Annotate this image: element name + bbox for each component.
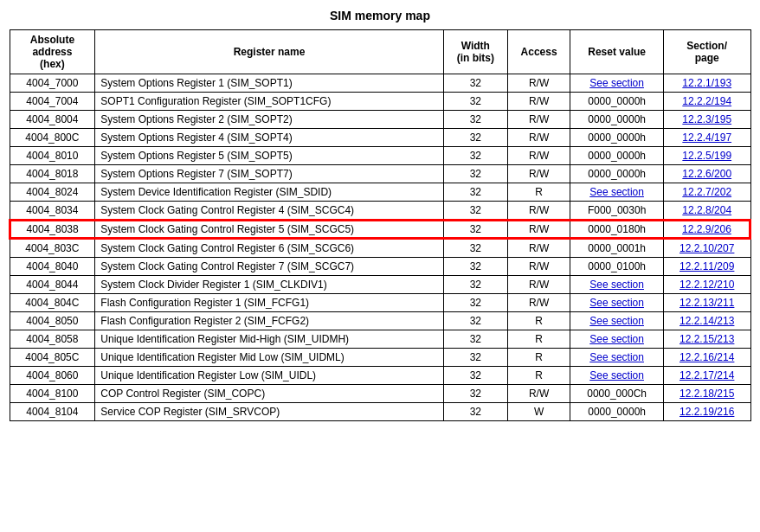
- cell-section[interactable]: 12.2.1/193: [663, 74, 750, 93]
- cell-register-name: System Options Register 2 (SIM_SOPT2): [95, 111, 443, 129]
- section-link[interactable]: 12.2.6/200: [682, 168, 731, 180]
- cell-reset-value: 0000_0000h: [570, 165, 664, 183]
- reset-link[interactable]: See section: [589, 315, 644, 327]
- section-link[interactable]: 12.2.12/210: [679, 279, 734, 291]
- cell-section[interactable]: 12.2.12/210: [663, 276, 750, 294]
- reset-link[interactable]: See section: [589, 186, 644, 198]
- cell-register-name: System Clock Gating Control Register 7 (…: [95, 258, 443, 276]
- section-link[interactable]: 12.2.4/197: [682, 131, 731, 144]
- section-link[interactable]: 12.2.5/199: [682, 150, 731, 162]
- cell-reset-value[interactable]: See section: [570, 367, 664, 385]
- cell-section[interactable]: 12.2.9/206: [663, 220, 750, 239]
- table-row: 4004_8040System Clock Gating Control Reg…: [10, 258, 750, 276]
- section-link[interactable]: 12.2.9/206: [682, 223, 731, 235]
- table-row: 4004_8060Unique Identification Register …: [10, 367, 750, 385]
- cell-reset-value[interactable]: See section: [570, 183, 664, 202]
- section-link[interactable]: 12.2.15/213: [679, 333, 734, 345]
- section-link[interactable]: 12.2.7/202: [682, 186, 731, 198]
- section-link[interactable]: 12.2.2/194: [682, 95, 731, 107]
- cell-reset-value[interactable]: See section: [570, 74, 664, 93]
- cell-address: 4004_8100: [10, 385, 95, 403]
- section-link[interactable]: 12.2.19/216: [679, 406, 734, 418]
- section-link[interactable]: 12.2.10/207: [679, 242, 734, 254]
- cell-reset-value[interactable]: See section: [570, 276, 664, 294]
- cell-width: 32: [443, 349, 507, 367]
- cell-width: 32: [443, 239, 507, 258]
- cell-address: 4004_800C: [10, 129, 95, 147]
- cell-section[interactable]: 12.2.15/213: [663, 330, 750, 349]
- cell-width: 32: [443, 147, 507, 165]
- cell-reset-value[interactable]: See section: [570, 349, 664, 367]
- cell-section[interactable]: 12.2.3/195: [663, 111, 750, 129]
- table-row: 4004_804CFlash Configuration Register 1 …: [10, 294, 750, 312]
- section-link[interactable]: 12.2.3/195: [682, 113, 731, 125]
- cell-section[interactable]: 12.2.17/214: [663, 367, 750, 385]
- col-header-section: Section/page: [663, 30, 750, 74]
- cell-section[interactable]: 12.2.13/211: [663, 294, 750, 312]
- section-link[interactable]: 12.2.13/211: [679, 297, 734, 309]
- cell-register-name: System Options Register 4 (SIM_SOPT4): [95, 129, 443, 147]
- section-link[interactable]: 12.2.8/204: [682, 204, 731, 216]
- cell-reset-value: 0000_000Ch: [570, 385, 664, 403]
- reset-link[interactable]: See section: [589, 77, 644, 89]
- memory-map-table: Absoluteaddress(hex) Register name Width…: [9, 29, 751, 421]
- cell-width: 32: [443, 276, 507, 294]
- table-row: 4004_8024System Device Identification Re…: [10, 183, 750, 202]
- cell-section[interactable]: 12.2.14/213: [663, 312, 750, 330]
- cell-reset-value[interactable]: See section: [570, 294, 664, 312]
- table-row: 4004_8044System Clock Divider Register 1…: [10, 276, 750, 294]
- cell-width: 32: [443, 202, 507, 221]
- cell-section[interactable]: 12.2.4/197: [663, 129, 750, 147]
- cell-access: R/W: [507, 258, 570, 276]
- cell-reset-value[interactable]: See section: [570, 330, 664, 349]
- table-row: 4004_8050Flash Configuration Register 2 …: [10, 312, 750, 330]
- col-header-name: Register name: [95, 30, 443, 74]
- cell-address: 4004_8018: [10, 165, 95, 183]
- table-row: 4004_8004System Options Register 2 (SIM_…: [10, 111, 750, 129]
- cell-section[interactable]: 12.2.8/204: [663, 202, 750, 221]
- cell-reset-value: F000_0030h: [570, 202, 664, 221]
- cell-access: R/W: [507, 165, 570, 183]
- table-row: 4004_8058Unique Identification Register …: [10, 330, 750, 349]
- cell-section[interactable]: 12.2.6/200: [663, 165, 750, 183]
- cell-register-name: System Clock Gating Control Register 5 (…: [95, 220, 443, 239]
- reset-link[interactable]: See section: [589, 369, 644, 381]
- reset-link[interactable]: See section: [589, 279, 644, 291]
- reset-link[interactable]: See section: [589, 297, 644, 309]
- cell-section[interactable]: 12.2.7/202: [663, 183, 750, 202]
- cell-access: R/W: [507, 111, 570, 129]
- cell-reset-value: 0000_0000h: [570, 403, 664, 421]
- cell-width: 32: [443, 74, 507, 93]
- cell-access: R: [507, 367, 570, 385]
- cell-address: 4004_8060: [10, 367, 95, 385]
- cell-address: 4004_8104: [10, 403, 95, 421]
- cell-section[interactable]: 12.2.10/207: [663, 239, 750, 258]
- table-row: 4004_8010System Options Register 5 (SIM_…: [10, 147, 750, 165]
- cell-section[interactable]: 12.2.18/215: [663, 385, 750, 403]
- cell-width: 32: [443, 367, 507, 385]
- section-link[interactable]: 12.2.18/215: [679, 388, 734, 400]
- cell-section[interactable]: 12.2.19/216: [663, 403, 750, 421]
- cell-section[interactable]: 12.2.11/209: [663, 258, 750, 276]
- reset-link[interactable]: See section: [589, 351, 644, 363]
- cell-reset-value: 0000_0001h: [570, 239, 664, 258]
- cell-width: 32: [443, 294, 507, 312]
- cell-access: R: [507, 312, 570, 330]
- cell-register-name: System Options Register 1 (SIM_SOPT1): [95, 74, 443, 93]
- cell-section[interactable]: 12.2.2/194: [663, 93, 750, 111]
- cell-access: R/W: [507, 147, 570, 165]
- section-link[interactable]: 12.2.1/193: [682, 77, 731, 89]
- cell-address: 4004_8040: [10, 258, 95, 276]
- cell-register-name: System Device Identification Register (S…: [95, 183, 443, 202]
- cell-section[interactable]: 12.2.16/214: [663, 349, 750, 367]
- section-link[interactable]: 12.2.17/214: [679, 369, 734, 381]
- cell-reset-value[interactable]: See section: [570, 312, 664, 330]
- cell-reset-value: 0000_0000h: [570, 93, 664, 111]
- cell-access: R/W: [507, 220, 570, 239]
- reset-link[interactable]: See section: [589, 333, 644, 345]
- cell-section[interactable]: 12.2.5/199: [663, 147, 750, 165]
- section-link[interactable]: 12.2.14/213: [679, 315, 734, 327]
- section-link[interactable]: 12.2.11/209: [679, 260, 734, 272]
- cell-address: 4004_8044: [10, 276, 95, 294]
- section-link[interactable]: 12.2.16/214: [679, 351, 734, 363]
